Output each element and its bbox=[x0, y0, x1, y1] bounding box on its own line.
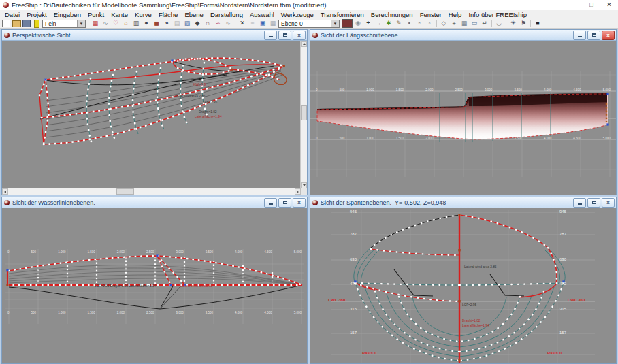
menu-eingaben[interactable]: Eingaben bbox=[50, 11, 84, 18]
layers-fan-icon[interactable]: ≡ bbox=[248, 20, 257, 28]
viewport-close-button[interactable]: x bbox=[293, 31, 306, 40]
profile-canvas[interactable]: 05001.0001.5002.0002.5003.0003.5004.0004… bbox=[310, 41, 616, 195]
viewport-profile-caption[interactable]: Sicht der Längsschnittebene. x bbox=[310, 30, 616, 41]
dropdown-arrow-icon[interactable]: ▼ bbox=[77, 20, 85, 27]
menu-kante[interactable]: Kante bbox=[108, 11, 131, 18]
viewport-maximize-button[interactable] bbox=[587, 198, 600, 208]
plan-canvas[interactable]: 05001.0001.5002.0002.5003.0003.5004.0004… bbox=[2, 208, 307, 363]
import-doc-icon[interactable]: ▧ bbox=[182, 20, 192, 28]
layer-color-swatch[interactable] bbox=[342, 19, 353, 28]
menu-flaeche[interactable]: Fläche bbox=[155, 11, 182, 18]
menu-help[interactable]: Help bbox=[445, 11, 466, 18]
menu-transformieren[interactable]: Transformieren bbox=[317, 11, 368, 18]
layer-value: Ebene 0 bbox=[281, 20, 303, 27]
menu-werkzeuge[interactable]: Werkzeuge bbox=[278, 11, 317, 18]
blob-gray-icon[interactable]: ◉ bbox=[353, 20, 363, 28]
layer-dropdown[interactable]: Ebene 0 ▼ bbox=[278, 20, 340, 28]
open-file-icon[interactable] bbox=[12, 20, 21, 28]
brush-icon[interactable]: ✎ bbox=[394, 20, 404, 28]
edge-curve-icon[interactable]: ∿ bbox=[101, 20, 110, 28]
viewport-minimize-button[interactable] bbox=[573, 31, 586, 40]
control-net-icon[interactable]: ▦ bbox=[91, 20, 100, 28]
save-icon[interactable] bbox=[22, 20, 31, 28]
interior-edges-icon[interactable]: ▥ bbox=[131, 20, 141, 28]
exit-icon[interactable] bbox=[32, 20, 42, 28]
viewport-plan[interactable]: Sicht der Wasserlinienebenen. x bbox=[1, 197, 308, 364]
window-maximize-button[interactable]: □ bbox=[583, 0, 600, 10]
viewport-profile-title: Sicht der Längsschnittebene. bbox=[321, 32, 572, 39]
check-surface-icon[interactable]: ♡ bbox=[111, 20, 120, 28]
star-tool-icon[interactable]: ✳ bbox=[508, 20, 518, 28]
menu-berechnungen[interactable]: Berechnungen bbox=[368, 11, 417, 18]
viewport-maximize-button[interactable] bbox=[587, 31, 600, 40]
flag-tool-icon[interactable]: ⚑ bbox=[519, 20, 528, 28]
menu-kurve[interactable]: Kurve bbox=[131, 11, 155, 18]
lasso-icon[interactable]: ∽ bbox=[213, 20, 223, 28]
delete-tool-icon[interactable]: ✕ bbox=[238, 20, 247, 28]
menu-darstellung[interactable]: Darstellung bbox=[207, 11, 246, 18]
menu-projekt[interactable]: Projekt bbox=[23, 11, 50, 18]
mdi-area: Perspektivische Sicht. x bbox=[0, 29, 618, 364]
new-file-icon[interactable] bbox=[1, 20, 11, 28]
unlock-all-icon[interactable]: ◦ bbox=[425, 20, 434, 28]
menu-info-freeship[interactable]: Info über FREE!ship bbox=[465, 11, 530, 18]
move-point-icon[interactable]: + bbox=[363, 20, 373, 28]
viewport-bodyplan-title: Sicht der Spantenebenen. Y=-0,502, Z=0,9… bbox=[321, 199, 572, 206]
intersection-grid-icon[interactable]: ▦ bbox=[459, 20, 469, 28]
window-minimize-button[interactable]: – bbox=[565, 0, 583, 10]
viewport-bodyplan[interactable]: Sicht der Spantenebenen. Y=-0,502, Z=0,9… bbox=[310, 197, 617, 364]
solid-blob-icon[interactable]: ◆ bbox=[193, 20, 202, 28]
rotate-hook-icon[interactable]: ↵ bbox=[480, 20, 489, 28]
viewport-maximize-button[interactable] bbox=[278, 198, 291, 208]
viewport-close-button[interactable]: x bbox=[602, 198, 615, 208]
window-title: FreeShip : D:\Bautechniken für Modellboo… bbox=[12, 1, 565, 9]
perspective-horizontal-scrollbar[interactable] bbox=[2, 188, 301, 195]
viewport-icon bbox=[312, 200, 318, 205]
flowlines-icon[interactable]: » bbox=[162, 20, 172, 28]
marker-tool-icon[interactable]: ✱ bbox=[384, 20, 393, 28]
menu-fenster[interactable]: Fenster bbox=[417, 11, 445, 18]
curve-tool-icon[interactable]: ◡ bbox=[494, 20, 504, 28]
perspective-vertical-scrollbar[interactable] bbox=[300, 41, 307, 188]
diamond-check-icon[interactable]: ◇ bbox=[439, 20, 449, 28]
viewport-maximize-button[interactable] bbox=[278, 31, 291, 40]
home-view-icon[interactable]: ⌂ bbox=[121, 20, 131, 28]
perspective-canvas[interactable]: KWL 0.9 Lateral wind area 2.85 LCF=2.95 … bbox=[2, 41, 307, 195]
viewport-perspective-caption[interactable]: Perspektivische Sicht. x bbox=[2, 30, 307, 41]
plan-drawing bbox=[2, 208, 307, 363]
shaded-view-icon[interactable]: ● bbox=[142, 20, 151, 28]
menu-datei[interactable]: Datei bbox=[1, 11, 23, 18]
vertical-scroll-thumb[interactable] bbox=[301, 105, 307, 120]
viewport-perspective[interactable]: Perspektivische Sicht. x bbox=[1, 29, 308, 195]
lock-icon[interactable]: ▪ bbox=[404, 20, 414, 28]
viewport-minimize-button[interactable] bbox=[264, 198, 277, 208]
viewport-minimize-button[interactable] bbox=[264, 31, 277, 40]
dropdown-arrow-icon[interactable]: ▼ bbox=[331, 20, 339, 27]
menu-punkt[interactable]: Punkt bbox=[84, 11, 108, 18]
viewport-perspective-title: Perspektivische Sicht. bbox=[12, 32, 263, 39]
precision-dropdown[interactable]: Fein ▼ bbox=[42, 20, 86, 28]
viewport-plan-title: Sicht der Wasserlinienebenen. bbox=[12, 199, 263, 206]
lamp-tool-icon[interactable]: ■ bbox=[533, 20, 542, 28]
monitor-icon[interactable]: ▣ bbox=[258, 20, 267, 28]
panel-box-icon[interactable]: ◼ bbox=[152, 20, 161, 28]
menu-ebene[interactable]: Ebene bbox=[181, 11, 206, 18]
background-image-icon[interactable]: ▭ bbox=[470, 20, 479, 28]
add-line-icon[interactable]: ＋ bbox=[449, 20, 459, 28]
horizontal-scroll-thumb[interactable] bbox=[116, 188, 134, 195]
bridge-icon[interactable]: ∩ bbox=[203, 20, 212, 28]
dashed-arrow-icon[interactable]: → bbox=[374, 20, 383, 28]
viewport-minimize-button[interactable] bbox=[573, 198, 586, 208]
viewport-icon bbox=[312, 33, 318, 38]
viewport-plan-caption[interactable]: Sicht der Wasserlinienebenen. x bbox=[2, 197, 307, 208]
viewport-bodyplan-caption[interactable]: Sicht der Spantenebenen. Y=-0,502, Z=0,9… bbox=[310, 197, 616, 208]
bodyplan-cursor-coords: Y=-0,502, Z=0,948 bbox=[395, 199, 446, 206]
viewport-profile[interactable]: Sicht der Längsschnittebene. x bbox=[310, 29, 617, 195]
unlock-icon[interactable]: ▫ bbox=[414, 20, 424, 28]
menu-auswahl[interactable]: Auswahl bbox=[246, 11, 278, 18]
viewport-close-button[interactable]: x bbox=[602, 31, 615, 40]
viewport-close-button[interactable]: x bbox=[293, 198, 306, 208]
bodyplan-canvas[interactable]: 945 787 630 472 315 157 945 787 630 472 … bbox=[310, 208, 616, 363]
window-close-button[interactable]: ✕ bbox=[600, 0, 618, 10]
toolbar: Fein ▼ ▦ ∿ ♡ ⌂ ▥ ● ◼ » ▤ ▧ ◆ ∩ ∽ ∿ ✕ ≡ ▣… bbox=[0, 19, 618, 29]
